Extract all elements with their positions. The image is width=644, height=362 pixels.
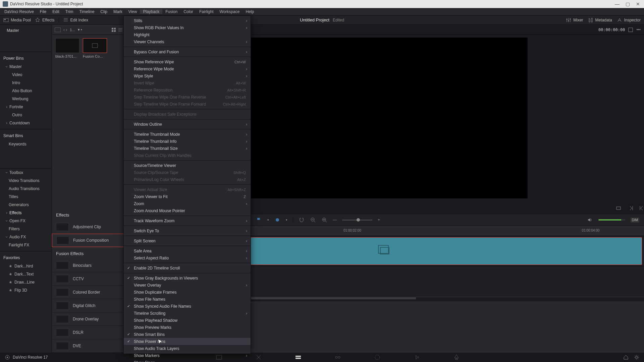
effect-dve[interactable]: DVE (52, 339, 125, 353)
menu-item-timeline-thumbnail-info[interactable]: Timeline Thumbnail Info (124, 138, 251, 145)
menu-item-show-playhead-shadow[interactable]: Show Playhead Shadow (124, 317, 251, 324)
effect-fusion-composition[interactable]: Fusion Composition (52, 234, 125, 247)
mixer-toggle[interactable]: Mixer (566, 17, 583, 23)
menu-item-wipe-style[interactable]: Wipe Style (124, 72, 251, 79)
menu-item-show-flags[interactable]: Show Flags (124, 359, 251, 362)
menu-view[interactable]: View (125, 9, 140, 14)
menu-item-track-waveform-zoom[interactable]: Track Waveform Zoom (124, 217, 251, 224)
marker-icon[interactable] (274, 217, 280, 223)
go-end-icon[interactable] (629, 205, 634, 211)
openfx-header[interactable]: Open FX (0, 217, 52, 225)
menu-timeline[interactable]: Timeline (76, 9, 97, 14)
openfx-filters[interactable]: Filters (0, 225, 52, 233)
zoom-minus[interactable]: — (333, 218, 337, 222)
flag-icon[interactable] (256, 217, 262, 223)
menu-item-show-smart-bins[interactable]: Show Smart Bins (124, 331, 251, 338)
effects-toggle[interactable]: Effects (35, 17, 54, 23)
favorite-flip-3d[interactable]: ★Flip 3D (0, 286, 52, 294)
menu-item-timeline-thumbnail-size[interactable]: Timeline Thumbnail Size (124, 145, 251, 152)
match-frame-icon[interactable] (616, 205, 621, 211)
menu-item-show-rgb-picker-values-in[interactable]: Show RGB Picker Values In (124, 24, 251, 31)
menu-item-show-power-bins[interactable]: Show Power Bins (124, 338, 251, 345)
fusion-page-icon[interactable] (334, 354, 341, 361)
powerbin-video[interactable]: Video (0, 71, 52, 79)
edit-page-icon[interactable] (294, 354, 302, 361)
effect-digital-glitch[interactable]: Digital Glitch (52, 299, 125, 312)
toolbox-audio-transitions[interactable]: Audio Transitions (0, 185, 52, 193)
menu-trim[interactable]: Trim (62, 9, 76, 14)
menu-file[interactable]: File (37, 9, 49, 14)
toolbox-header[interactable]: Toolbox (0, 169, 52, 177)
favorite-draw---line[interactable]: ★Draw...Line (0, 278, 52, 286)
powerbin-countdown[interactable]: Countdown (0, 119, 52, 127)
zoom-in-icon[interactable] (321, 217, 327, 223)
pool-breadcrumb[interactable]: 1... (70, 28, 75, 32)
media-pool-toggle[interactable]: Media Pool (3, 17, 31, 23)
effect-drone-overlay[interactable]: Drone Overlay (52, 312, 125, 326)
toolbox-titles[interactable]: Titles (0, 193, 52, 201)
audiofx-header[interactable]: Audio FX (0, 233, 52, 241)
pool-layout-icon[interactable] (55, 27, 61, 32)
menu-item-switch-eye-to[interactable]: Switch Eye To (124, 227, 251, 234)
menu-davinci-resolve[interactable]: DaVinci Resolve (1, 9, 37, 14)
menu-item-highlight[interactable]: Highlight (124, 31, 251, 38)
powerbin-outro[interactable]: Outro (0, 111, 52, 119)
zoom-out-icon[interactable] (310, 217, 316, 223)
metadata-toggle[interactable]: Metadata (588, 17, 612, 23)
menu-item-select-aspect-ratio[interactable]: Select Aspect Ratio (124, 254, 251, 261)
powerbin-abo-button[interactable]: Abo Button (0, 87, 52, 95)
menu-item-split-screen[interactable]: Split Screen (124, 237, 251, 244)
menu-edit[interactable]: Edit (49, 9, 62, 14)
zoom-plus[interactable]: + (378, 218, 380, 222)
toolbox-effects[interactable]: Effects (0, 209, 52, 217)
menu-item-viewer-overlay[interactable]: Viewer Overlay (124, 282, 251, 289)
menu-item-timeline-thumbnail-mode[interactable]: Timeline Thumbnail Mode (124, 131, 251, 138)
menu-playback[interactable]: Playback (140, 9, 162, 14)
menu-item-viewer-channels[interactable]: Viewer Channels (124, 38, 251, 45)
menu-item-show-duplicate-frames[interactable]: Show Duplicate Frames (124, 289, 251, 296)
minimize-button[interactable]: — (615, 1, 620, 7)
menu-item-zoom[interactable]: Zoom (124, 200, 251, 207)
effect-colored-border[interactable]: Colored Border (52, 286, 125, 299)
home-icon[interactable] (623, 355, 629, 360)
menu-help[interactable]: Help (243, 9, 257, 14)
master-bin[interactable]: Master (0, 25, 52, 35)
effect-dslr[interactable]: DSLR (52, 326, 125, 339)
dim-button[interactable]: DIM (631, 218, 639, 223)
pool-thumb[interactable]: Fusion Co... (83, 38, 107, 58)
menu-item-source-timeline-viewer[interactable]: Source/Timeline Viewer (124, 162, 251, 169)
color-page-icon[interactable] (374, 354, 381, 361)
menu-item-safe-area[interactable]: Safe Area (124, 247, 251, 254)
volume-slider[interactable] (598, 219, 625, 221)
menu-item-show-markers[interactable]: Show Markers (124, 352, 251, 359)
volume-icon[interactable] (587, 217, 593, 223)
menu-item-show-audio-track-layers[interactable]: Show Audio Track Layers (124, 345, 251, 352)
menu-item-show-preview-marks[interactable]: Show Preview Marks (124, 324, 251, 331)
inspector-toggle[interactable]: Inspector (617, 17, 641, 23)
deliver-page-icon[interactable] (453, 354, 460, 361)
favorite-dark---hird[interactable]: ★Dark...hird (0, 262, 52, 270)
close-button[interactable]: ✕ (636, 1, 640, 7)
powerbin-werbung[interactable]: Werbung (0, 95, 52, 103)
menu-item-timeline-scrolling[interactable]: Timeline Scrolling (124, 310, 251, 317)
menu-item-show-reference-wipe[interactable]: Show Reference WipeCtrl+W (124, 58, 251, 65)
menu-item-zoom-around-mouse-pointer[interactable]: Zoom Around Mouse Pointer (124, 207, 251, 214)
go-start-icon[interactable] (639, 205, 644, 211)
settings-icon[interactable] (634, 355, 639, 360)
effect-adjustment-clip[interactable]: Adjustment Clip (52, 220, 125, 234)
toolbox-video-transitions[interactable]: Video Transitions (0, 177, 52, 185)
list-icon[interactable] (118, 27, 123, 32)
menu-item-show-gray-backgrounds-in-viewers[interactable]: Show Gray Backgrounds in Viewers (124, 275, 251, 282)
menu-item-stills[interactable]: Stills (124, 17, 251, 24)
pool-thumb[interactable]: black-3701... (55, 38, 79, 58)
viewer-layout-icon[interactable] (628, 27, 633, 32)
powerbin-fortnite[interactable]: Fortnite (0, 103, 52, 111)
effect-cctv[interactable]: CCTV (52, 272, 125, 286)
favorite-dark---text[interactable]: ★Dark...Text (0, 270, 52, 278)
menu-workspace[interactable]: Workspace (217, 9, 243, 14)
audiofx-fairlight-fx[interactable]: Fairlight FX (0, 241, 52, 249)
menu-clip[interactable]: Clip (97, 9, 110, 14)
smartbin-keywords[interactable]: Keywords (0, 140, 52, 148)
toolbox-generators[interactable]: Generators (0, 201, 52, 209)
snap-icon[interactable] (299, 217, 305, 223)
